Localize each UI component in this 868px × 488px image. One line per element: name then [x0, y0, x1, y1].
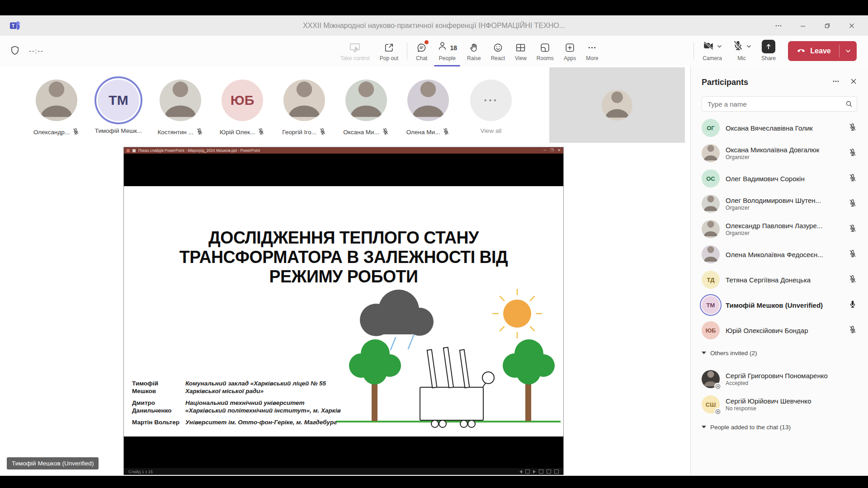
mic-muted-icon: [382, 127, 389, 136]
participant-tile[interactable]: ТМ Тимофій Мешк...: [98, 80, 139, 136]
mic-muted-icon[interactable]: [848, 173, 857, 184]
photo-avatar: [702, 195, 720, 213]
avatar: СШ: [702, 395, 720, 413]
participant-row[interactable]: ТМ Тимофій Мешков (Unverified): [691, 292, 868, 318]
others-invited-header[interactable]: Others invited (2): [691, 343, 868, 363]
panel-close-icon[interactable]: [850, 78, 857, 87]
participant-tile[interactable]: Костянтин ...: [160, 80, 201, 136]
presence-badge-icon: [714, 408, 721, 415]
participant-row[interactable]: Олег Володимирович Шутен... Organizer: [691, 191, 868, 216]
more-dots-icon: [586, 41, 598, 53]
mic-muted-icon[interactable]: [848, 249, 857, 260]
participant-name: Тетяна Сергіївна Донецька: [726, 276, 811, 284]
pop-out-button[interactable]: Pop out: [375, 36, 403, 66]
mic-muted-icon: [319, 127, 326, 136]
participant-name: Тимофій Мешков (Unverified): [726, 301, 823, 309]
participant-tile[interactable]: Олена Ми...: [407, 80, 449, 136]
raise-hand-icon: [468, 41, 480, 53]
share-button[interactable]: Share: [756, 36, 781, 66]
ppt-close-icon: ✕: [557, 149, 561, 152]
window-title: XXXII Міжнародної науково-практичної кон…: [0, 15, 868, 36]
avatar: [407, 80, 449, 121]
mic-on-icon[interactable]: [848, 300, 857, 310]
window-close-icon[interactable]: [843, 18, 861, 33]
participant-row[interactable]: ОГ Оксана Вячеславівна Голик: [691, 115, 868, 141]
author-name: Тимофій Мешков: [132, 380, 185, 395]
panel-title: Participants: [702, 78, 748, 87]
avatar: ОС: [702, 169, 720, 188]
ppt-minimize-icon: ─: [543, 149, 546, 152]
window-minimize-icon[interactable]: [794, 18, 812, 33]
participant-row[interactable]: ТД Тетяна Сергіївна Донецька: [691, 267, 868, 292]
rooms-icon: [539, 41, 551, 53]
participant-row[interactable]: Олександр Павлович Лазуре... Organizer: [691, 216, 868, 242]
mic-muted-icon: [196, 127, 203, 136]
mic-muted-icon[interactable]: [848, 224, 857, 235]
raise-hand-button[interactable]: Raise: [462, 36, 486, 66]
powerpoint-app-icon: [127, 149, 130, 152]
panel-more-icon[interactable]: [832, 77, 840, 87]
participant-tile[interactable]: ЮБ Юрій Олек...: [222, 80, 263, 136]
participant-row[interactable]: ОС Олег Вадимович Сорокін: [691, 166, 868, 191]
invited-row[interactable]: Сергій Григорович Пономаренко Accepted: [691, 366, 868, 392]
photo-avatar: [702, 220, 720, 238]
slide-counter: Слайд 1 з 15: [128, 469, 153, 474]
people-button[interactable]: 18 People: [432, 36, 462, 66]
invited-row[interactable]: СШ Сергій Юрійович Шевченко No response: [691, 392, 868, 417]
participant-tile[interactable]: Олександр...: [36, 80, 77, 136]
collapse-triangle-icon: [702, 352, 706, 354]
video-tile[interactable]: [549, 67, 685, 143]
mic-muted-icon: [442, 127, 450, 136]
view-all-label: View all: [481, 127, 501, 134]
collapse-triangle-icon: [702, 426, 706, 428]
participant-name: Юрій Олексійович Бондар: [726, 327, 808, 334]
leave-chevron-icon[interactable]: [839, 45, 857, 57]
photo-avatar: [702, 245, 720, 263]
participant-row[interactable]: Олена Миколаївна Федосеєн...: [691, 242, 868, 267]
rooms-button[interactable]: Rooms: [532, 36, 559, 66]
screen-letterbox-bottom: [0, 476, 868, 488]
photo-avatar: [160, 80, 201, 121]
mic-button[interactable]: Mic: [727, 36, 756, 66]
chat-added-header[interactable]: People added to the chat (13): [691, 417, 868, 437]
participant-role: Organizer: [726, 205, 821, 211]
more-button[interactable]: More: [581, 36, 603, 66]
search-input[interactable]: [702, 96, 857, 112]
mic-muted-icon[interactable]: [848, 148, 857, 159]
avatar: ТД: [702, 271, 720, 289]
slide: ДОСЛІДЖЕННЯ ТЕПЛОГО СТАНУТРАНСФОРМАТОРА …: [124, 186, 563, 436]
participant-row[interactable]: Оксана Миколаївна Довгалюк Organizer: [691, 141, 868, 166]
camera-chevron-icon[interactable]: [717, 42, 722, 50]
leave-button[interactable]: Leave: [788, 41, 857, 61]
participant-tile[interactable]: Оксана Ми...: [345, 80, 387, 136]
photo-avatar: [36, 80, 77, 121]
mic-muted-icon[interactable]: [848, 274, 857, 285]
mic-muted-icon[interactable]: [848, 122, 857, 133]
pop-out-icon: [383, 41, 395, 53]
view-all-tile[interactable]: ··· View all: [470, 80, 512, 134]
participant-name: Олена Миколаївна Федосеєн...: [726, 251, 823, 258]
window-restore-icon[interactable]: [818, 18, 836, 33]
mic-chevron-icon[interactable]: [746, 42, 751, 50]
window-more-icon[interactable]: [769, 18, 788, 33]
mic-muted-icon: [257, 127, 265, 136]
powerpoint-statusbar: Слайд 1 з 15: [124, 468, 563, 475]
camera-button[interactable]: Camera: [698, 36, 727, 66]
react-button[interactable]: React: [486, 36, 510, 66]
participant-name: Оксана Миколаївна Довгалюк: [726, 146, 819, 154]
meeting-security-shield-icon[interactable]: [10, 45, 20, 57]
participant-tile[interactable]: Георгій Іго...: [283, 80, 325, 136]
avatar: ЮБ: [222, 80, 263, 121]
view-button[interactable]: View: [510, 36, 532, 66]
people-count: 18: [450, 42, 457, 53]
apps-button[interactable]: Apps: [559, 36, 581, 66]
chat-button[interactable]: Chat: [411, 36, 432, 66]
participant-role: Organizer: [726, 154, 819, 160]
mic-muted-icon[interactable]: [848, 325, 857, 336]
meeting-toolbar: --:-- Take control: [0, 36, 868, 67]
mic-muted-icon[interactable]: [848, 198, 857, 209]
avatar: ЮБ: [702, 321, 720, 339]
avatar: [702, 144, 720, 162]
participant-row[interactable]: ЮБ Юрій Олексійович Бондар: [691, 318, 868, 343]
avatar: [36, 80, 77, 121]
